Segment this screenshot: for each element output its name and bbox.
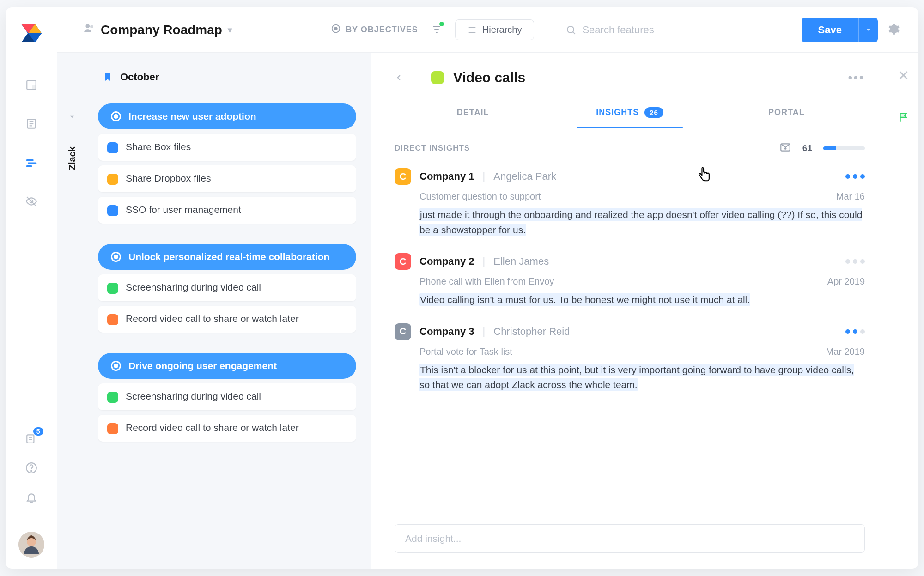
lane-label: Zlack [67, 146, 78, 170]
feature-chip [107, 423, 118, 434]
chevron-left-icon [395, 73, 403, 82]
roadmap-icon[interactable] [25, 156, 38, 169]
feature-color-chip [431, 71, 444, 84]
insight-date: Mar 2019 [826, 346, 865, 357]
priority-dots [845, 259, 865, 264]
tab-portal[interactable]: PORTAL [708, 98, 865, 128]
save-split-button: Save [802, 18, 878, 42]
priority-dots [845, 174, 865, 179]
more-menu[interactable]: ••• [848, 71, 865, 85]
feature-card[interactable]: Record video call to share or watch late… [98, 306, 356, 333]
feature-chip [107, 283, 118, 294]
people-icon [83, 22, 95, 37]
insight-item[interactable]: C Company 2 | Ellen James Phone call wit… [395, 253, 865, 308]
insight-author: Christopher Reid [493, 326, 570, 338]
roadmap-selector[interactable]: Company Roadmap ▾ [83, 22, 232, 37]
inbox-icon[interactable]: 5 [25, 432, 38, 445]
insight-body: This isn't a blocker for us at this poin… [419, 363, 865, 393]
insight-meta: Portal vote for Task list [419, 346, 512, 357]
roadmap-column: Zlack OctoberIncrease new user adoptionS… [57, 53, 371, 569]
objective-header[interactable]: Unlock personalized real-time collaborat… [98, 244, 356, 270]
search-icon [565, 24, 577, 36]
objective-header[interactable]: Drive ongoing user engagement [98, 353, 356, 379]
search-field[interactable] [565, 24, 702, 36]
svg-point-24 [90, 25, 93, 29]
settings-icon[interactable] [887, 23, 900, 37]
insights-score-bar [823, 146, 865, 150]
target-icon [331, 24, 341, 36]
lane-collapse-icon[interactable] [68, 113, 76, 123]
visibility-off-icon[interactable] [25, 195, 38, 208]
company-chip: C [395, 168, 411, 185]
list-icon [468, 25, 477, 35]
insight-date: Apr 2019 [827, 276, 865, 287]
objective-icon [111, 111, 121, 121]
svg-line-34 [573, 32, 575, 34]
filter-active-dot [439, 22, 444, 26]
roadmap-name: Company Roadmap [101, 23, 222, 37]
company-chip: C [395, 323, 411, 340]
feature-card[interactable]: Share Box files [98, 134, 356, 161]
insight-item[interactable]: C Company 1 | Angelica Park Customer que… [395, 168, 865, 237]
insight-author: Angelica Park [493, 170, 556, 182]
feature-chip [107, 392, 118, 403]
svg-point-20 [31, 471, 32, 472]
svg-point-23 [85, 24, 90, 28]
detail-tabs: DETAIL INSIGHTS 26 PORTAL [371, 98, 888, 128]
svg-rect-6 [32, 85, 36, 90]
feature-card[interactable]: Screensharing during video call [98, 383, 356, 410]
user-avatar[interactable] [18, 532, 44, 558]
back-button[interactable] [395, 68, 417, 87]
svg-point-33 [567, 26, 574, 33]
feature-chip [107, 314, 118, 325]
insight-body: just made it through the onboarding and … [419, 207, 865, 237]
notes-icon[interactable] [25, 117, 38, 130]
save-button[interactable]: Save [802, 18, 858, 42]
objective-icon [111, 361, 121, 371]
insight-meta: Phone call with Ellen from Envoy [419, 276, 554, 287]
insight-item[interactable]: C Company 3 | Christopher Reid Portal vo… [395, 323, 865, 393]
nav-rail: 5 [6, 7, 57, 569]
filter-icon[interactable] [431, 24, 442, 36]
inbox-badge: 5 [33, 427, 43, 436]
feature-chip [107, 174, 118, 185]
priority-dots [845, 329, 865, 334]
hierarchy-button[interactable]: Hierarchy [455, 19, 535, 40]
notifications-icon[interactable] [25, 491, 38, 504]
help-icon[interactable] [25, 461, 38, 474]
insight-company: Company 1 [419, 170, 474, 182]
insight-body: Video calling isn't a must for us. To be… [419, 292, 865, 308]
direct-insights-label: DIRECT INSIGHTS [395, 144, 470, 153]
insight-meta: Customer question to support [419, 191, 541, 202]
chevron-down-icon [865, 27, 872, 33]
close-panel-icon[interactable]: ✕ [898, 67, 909, 84]
feature-chip [107, 205, 118, 216]
svg-point-26 [334, 27, 337, 30]
tab-detail[interactable]: DETAIL [395, 98, 551, 128]
add-insight-input[interactable]: Add insight... [395, 524, 865, 553]
right-rail: ✕ [888, 53, 918, 569]
flag-icon[interactable] [898, 111, 910, 125]
objective-icon [111, 252, 121, 262]
feature-card[interactable]: Screensharing during video call [98, 274, 356, 301]
tab-insights[interactable]: INSIGHTS 26 [551, 98, 708, 128]
objective-header[interactable]: Increase new user adoption [98, 103, 356, 129]
insight-author: Ellen James [493, 255, 549, 267]
insight-company: Company 3 [419, 326, 474, 338]
feature-card[interactable]: Record video call to share or watch late… [98, 415, 356, 442]
insights-score: 61 [802, 143, 812, 153]
company-chip: C [395, 253, 411, 270]
board-icon[interactable] [25, 79, 38, 91]
save-dropdown[interactable] [858, 18, 878, 42]
feature-card[interactable]: Share Dropbox files [98, 165, 356, 192]
insight-date: Mar 16 [836, 191, 865, 202]
inbox-down-icon[interactable] [779, 141, 791, 155]
by-objectives-toggle[interactable]: BY OBJECTIVES [331, 24, 418, 36]
topbar: Company Roadmap ▾ BY OBJECTIVES Hierarch… [57, 7, 918, 53]
bookmark-icon [103, 72, 113, 82]
feature-card[interactable]: SSO for user management [98, 197, 356, 224]
app-logo[interactable] [18, 20, 44, 46]
insight-company: Company 2 [419, 255, 474, 267]
search-input[interactable] [582, 24, 702, 36]
feature-chip [107, 142, 118, 153]
